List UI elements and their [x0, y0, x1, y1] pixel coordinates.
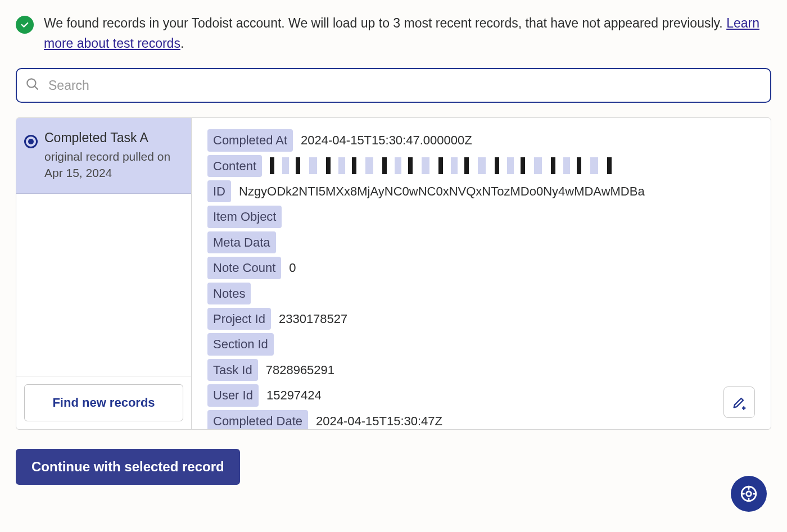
field-value: NzgyODk2NTI5MXx8MjAyNC0wNC0xNVQxNTozMDo0…: [239, 181, 645, 202]
field-row: Content: [207, 155, 755, 177]
field-row: Completed At2024-04-15T15:30:47.000000Z: [207, 129, 755, 151]
field-row: Project Id2330178527: [207, 308, 755, 330]
redacted-content: [270, 157, 613, 174]
svg-point-5: [747, 492, 752, 497]
record-title: Completed Task A: [44, 130, 181, 145]
records-panel: Completed Task A original record pulled …: [16, 117, 771, 430]
search-input[interactable]: [47, 78, 762, 94]
field-row: Completed Date2024-04-15T15:30:47Z: [207, 410, 755, 430]
field-value: 2024-04-15T15:30:47Z: [316, 411, 442, 430]
field-label: Notes: [207, 283, 251, 304]
field-label: Task Id: [207, 359, 258, 381]
field-label: ID: [207, 180, 231, 202]
field-label: Project Id: [207, 308, 271, 330]
field-label: Meta Data: [207, 231, 276, 253]
field-label: Completed Date: [207, 410, 308, 430]
field-label: Note Count: [207, 257, 281, 279]
search-icon: [25, 76, 47, 94]
field-label: Section Id: [207, 333, 274, 355]
banner-text: We found records in your Todoist account…: [44, 16, 726, 30]
field-value: 15297424: [266, 385, 322, 406]
help-fab-button[interactable]: [731, 476, 767, 512]
record-item[interactable]: Completed Task A original record pulled …: [16, 118, 191, 194]
edit-button[interactable]: [723, 387, 755, 418]
field-row: Meta Data: [207, 231, 755, 253]
record-details: Completed At2024-04-15T15:30:47.000000ZC…: [192, 118, 771, 429]
field-label: User Id: [207, 384, 259, 406]
field-row: Notes: [207, 283, 755, 304]
field-label: Completed At: [207, 129, 293, 151]
field-row: Note Count0: [207, 257, 755, 279]
radio-selected-icon: [24, 135, 38, 148]
find-new-records-button[interactable]: Find new records: [24, 384, 183, 421]
continue-button[interactable]: Continue with selected record: [16, 449, 240, 485]
field-value: 0: [289, 257, 296, 278]
success-check-icon: [16, 16, 34, 34]
svg-line-1: [35, 87, 38, 89]
record-subtitle: original record pulled on Apr 15, 2024: [44, 149, 181, 181]
search-box[interactable]: [16, 68, 771, 103]
records-list: Completed Task A original record pulled …: [16, 118, 192, 429]
field-label: Item Object: [207, 206, 282, 228]
field-value: 2024-04-15T15:30:47.000000Z: [301, 130, 472, 151]
banner-text-after: .: [180, 36, 184, 51]
field-row: User Id15297424: [207, 384, 755, 406]
field-row: Section Id: [207, 333, 755, 355]
field-row: Item Object: [207, 206, 755, 228]
field-value: 7828965291: [266, 360, 334, 380]
info-banner: We found records in your Todoist account…: [16, 13, 771, 53]
field-label: Content: [207, 155, 262, 177]
field-value: 2330178527: [279, 308, 347, 329]
field-row: IDNzgyODk2NTI5MXx8MjAyNC0wNC0xNVQxNTozMD…: [207, 180, 755, 202]
field-row: Task Id7828965291: [207, 359, 755, 381]
